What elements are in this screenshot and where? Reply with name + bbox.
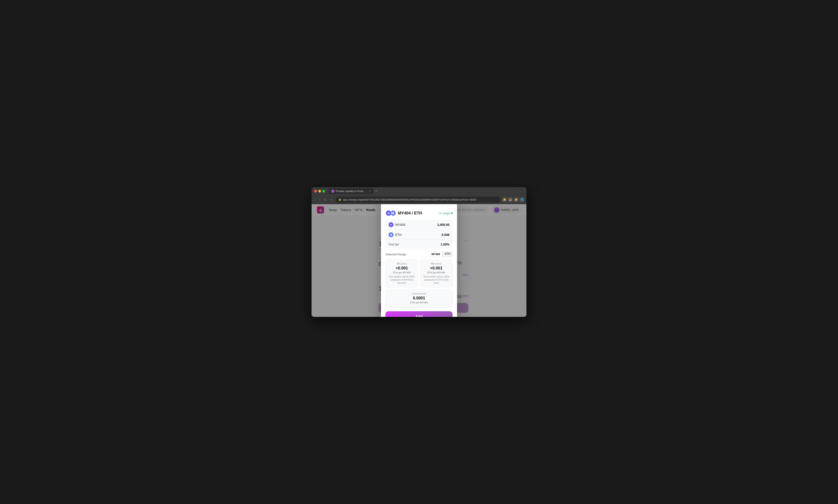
back-button[interactable]: ‹ [314,197,317,202]
modal-body: M MY404 / ETH In range [381,206,457,317]
tab-close-icon[interactable]: ✕ [369,190,371,193]
pair-header: M MY404 / ETH In range [386,210,452,216]
fee-value: 1.00% [441,242,449,246]
my404-amount: 1,000.00 [437,223,450,227]
token-row-eth: ETH 0.046 [386,230,452,240]
address-bar[interactable]: 🔒 app.uniswap.org/add/ETH/0x18E7e3b02286… [336,197,500,203]
pair-status: In range [439,212,452,215]
pair-icons: M MY404 / ETH [386,210,422,216]
status-dot-icon [451,212,452,214]
token-row-left-my404: M MY404 [389,222,405,227]
traffic-lights [314,190,325,193]
eth-symbol: ETH [395,233,401,237]
token-row-left-eth: ETH [389,232,401,237]
token-rows-container: M MY404 1,000.00 [386,220,452,249]
max-price-desc: Your position will be 100% composed of E… [423,275,450,285]
extension-icon-2[interactable]: 🦊 [508,197,513,202]
extension-icon-3[interactable]: 🔐 [514,197,518,202]
range-label: Selected Range [386,253,406,256]
browser-extension-icons: 🔔 🦊 🔐 🌐 [502,197,524,202]
current-price-unit: ETH per MY404 [388,301,450,304]
max-price-value: <0.001 [423,266,450,271]
modal-header: Add Liquidity × [381,204,457,206]
max-price-label: Max price [423,262,450,265]
eth-small-icon [389,232,393,237]
fee-row: Fee tier 1.00% [386,240,452,249]
fee-label: Fee tier [389,242,399,246]
browser-tab[interactable]: Provide Liquidity to Pools on Un ✕ [329,188,373,194]
token-row-my404: M MY404 1,000.00 [386,220,452,230]
url-text: app.uniswap.org/add/ETH/0x18E7e3b02286bB… [343,198,476,201]
min-price-unit: ETH per MY404 [388,271,415,274]
extension-icon-1[interactable]: 🔔 [502,197,507,202]
add-liquidity-button[interactable]: Add [386,311,452,317]
new-tab-button[interactable]: + [374,189,378,193]
extension-icon-4[interactable]: 🌐 [520,197,524,202]
tab-favicon-icon [331,190,335,193]
pair-token-icons: M [386,210,396,216]
add-liquidity-modal: Add Liquidity × M [381,204,457,317]
range-toggle: MY404 ETH [429,251,452,257]
min-price-value: <0.001 [388,266,415,271]
current-price-value: 0.0001 [388,296,450,301]
pair-name: MY404 / ETH [398,211,422,216]
title-bar: Provide Liquidity to Pools on Un ✕ + [311,187,527,195]
min-price-card: Min price <0.001 ETH per MY404 Your posi… [386,259,418,288]
my404-symbol: MY404 [395,223,405,227]
tab-title: Provide Liquidity to Pools on Un [336,190,366,193]
minimize-window-button[interactable] [318,190,321,193]
bookmark-button[interactable]: ☆ [329,197,334,202]
range-toggle-eth[interactable]: ETH [443,251,452,257]
max-price-unit: ETH per MY404 [423,271,450,274]
my404-small-icon: M [389,222,393,227]
navigation-bar: ‹ › ↻ ☆ 🔒 app.uniswap.org/add/ETH/0x18E7… [311,195,527,204]
min-price-desc: Your position will be 100% composed of M… [388,275,415,285]
range-header: Selected Range MY404 ETH [386,251,452,257]
range-toggle-my404[interactable]: MY404 [429,252,442,257]
max-price-card: Max price <0.001 ETH per MY404 Your posi… [420,259,452,288]
price-cards: Min price <0.001 ETH per MY404 Your posi… [386,259,452,288]
refresh-button[interactable]: ↻ [323,197,327,202]
current-price-card: Current price 0.0001 ETH per MY404 [386,289,452,308]
forward-button[interactable]: › [319,197,321,202]
page-content: 🦄 Swap Tokens NFTs Pools ··· 🔍 Search to… [311,204,527,317]
close-window-button[interactable] [314,190,317,193]
range-section: Selected Range MY404 ETH Min price <0.00… [386,251,452,317]
my404-token-icon: M [386,210,392,216]
tab-bar: Provide Liquidity to Pools on Un ✕ + [329,188,524,194]
fullscreen-window-button[interactable] [322,190,325,193]
eth-amount: 0.046 [442,233,449,237]
pair-status-label: In range [439,212,450,215]
current-price-label: Current price [388,292,450,295]
min-price-label: Min price [388,262,415,265]
